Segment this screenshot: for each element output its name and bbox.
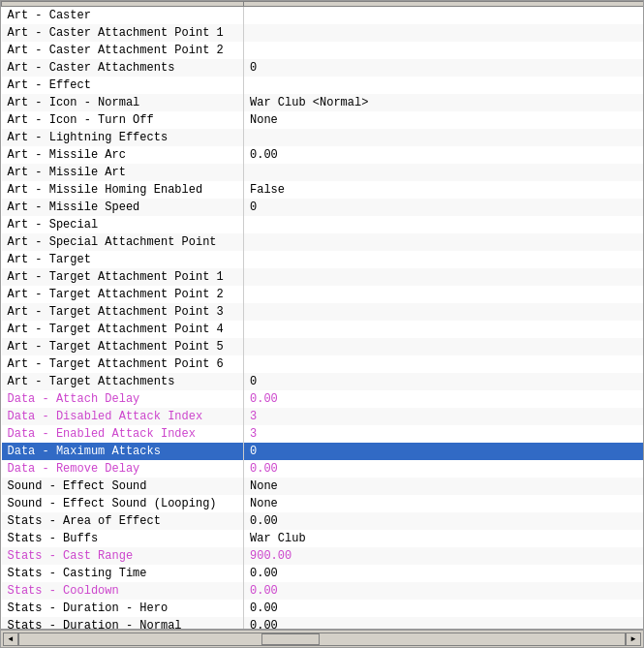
- row-value: 0: [244, 373, 644, 390]
- row-value: 0.00: [244, 600, 644, 617]
- row-value: [244, 338, 644, 355]
- table-row[interactable]: Stats - Duration - Hero0.00: [2, 600, 644, 617]
- row-name: Art - Target Attachment Point 2: [2, 286, 244, 303]
- horizontal-scrollbar[interactable]: [18, 633, 626, 646]
- row-value: 0: [244, 199, 644, 216]
- table-row[interactable]: Data - Maximum Attacks0: [2, 443, 644, 460]
- row-name: Art - Special Attachment Point: [2, 233, 244, 251]
- table-row[interactable]: Art - Caster Attachment Point 1: [2, 24, 644, 42]
- horizontal-scrollbar-area: ◄ ►: [1, 630, 643, 647]
- row-value: 900.00: [244, 547, 644, 565]
- table-row[interactable]: Art - Target Attachment Point 3: [2, 303, 644, 321]
- row-value: False: [244, 181, 644, 199]
- table-row[interactable]: Stats - Duration - Normal0.00: [2, 617, 644, 631]
- row-name: Data - Remove Delay: [2, 460, 244, 478]
- row-value: 0.00: [244, 565, 644, 582]
- table-row[interactable]: Art - Target Attachment Point 1: [2, 268, 644, 286]
- row-value: [244, 251, 644, 268]
- table-row[interactable]: Data - Attach Delay0.00: [2, 390, 644, 408]
- table-row[interactable]: Art - Missile Art: [2, 164, 644, 181]
- row-value: [244, 164, 644, 181]
- row-value: [244, 7, 644, 24]
- row-value: 0: [244, 59, 644, 77]
- table-row[interactable]: Art - Effect: [2, 77, 644, 94]
- table-row[interactable]: Art - Icon - NormalWar Club <Normal>: [2, 94, 644, 111]
- row-value: [244, 268, 644, 286]
- row-name: Stats - Duration - Hero: [2, 600, 244, 617]
- data-table: Art - CasterArt - Caster Attachment Poin…: [1, 1, 643, 630]
- row-value: 0.00: [244, 617, 644, 631]
- row-name: Art - Caster Attachment Point 2: [2, 42, 244, 59]
- table-row[interactable]: Art - Target Attachment Point 6: [2, 355, 644, 373]
- row-name: Stats - Buffs: [2, 530, 244, 547]
- row-name: Art - Caster: [2, 7, 244, 24]
- table-row[interactable]: Art - Icon - Turn OffNone: [2, 111, 644, 129]
- table-row[interactable]: Art - Lightning Effects: [2, 129, 644, 146]
- row-name: Art - Special: [2, 216, 244, 233]
- main-container: Art - CasterArt - Caster Attachment Poin…: [0, 0, 644, 648]
- table-row[interactable]: Art - Caster: [2, 7, 644, 24]
- table-row[interactable]: Art - Missile Homing EnabledFalse: [2, 181, 644, 199]
- row-name: Data - Maximum Attacks: [2, 443, 244, 460]
- row-name: Art - Target: [2, 251, 244, 268]
- row-value: 0: [244, 443, 644, 460]
- row-value: [244, 321, 644, 338]
- table-row[interactable]: Art - Special: [2, 216, 644, 233]
- row-value: [244, 355, 644, 373]
- col-header-value[interactable]: [244, 2, 644, 7]
- table-row[interactable]: Art - Special Attachment Point: [2, 233, 644, 251]
- table-row[interactable]: Art - Target Attachment Point 5: [2, 338, 644, 355]
- col-header-name[interactable]: [2, 2, 244, 7]
- row-name: Art - Missile Arc: [2, 146, 244, 164]
- table-row[interactable]: Stats - Casting Time0.00: [2, 565, 644, 582]
- row-value: [244, 24, 644, 42]
- table-row[interactable]: Sound - Effect Sound (Looping)None: [2, 495, 644, 512]
- row-value: War Club: [244, 530, 644, 547]
- table-row[interactable]: Data - Enabled Attack Index3: [2, 425, 644, 443]
- row-name: Stats - Area of Effect: [2, 512, 244, 530]
- table-row[interactable]: Stats - Cooldown0.00: [2, 582, 644, 600]
- scrollbar-thumb[interactable]: [261, 633, 320, 645]
- row-name: Art - Missile Art: [2, 164, 244, 181]
- row-value: War Club <Normal>: [244, 94, 644, 111]
- row-value: [244, 233, 644, 251]
- table-row[interactable]: Art - Caster Attachment Point 2: [2, 42, 644, 59]
- table-wrapper[interactable]: Art - CasterArt - Caster Attachment Poin…: [1, 1, 643, 630]
- row-value: [244, 216, 644, 233]
- table-row[interactable]: Data - Disabled Attack Index3: [2, 408, 644, 425]
- table-row[interactable]: Sound - Effect SoundNone: [2, 478, 644, 495]
- table-row[interactable]: Art - Target Attachment Point 4: [2, 321, 644, 338]
- row-name: Art - Caster Attachment Point 1: [2, 24, 244, 42]
- row-value: None: [244, 495, 644, 512]
- table-header-row: [2, 2, 644, 7]
- table-row[interactable]: Art - Missile Arc0.00: [2, 146, 644, 164]
- row-value: 3: [244, 408, 644, 425]
- row-name: Data - Enabled Attack Index: [2, 425, 244, 443]
- table-row[interactable]: Art - Target Attachment Point 2: [2, 286, 644, 303]
- table-row[interactable]: Art - Missile Speed0: [2, 199, 644, 216]
- row-value: None: [244, 111, 644, 129]
- table-row[interactable]: Stats - Area of Effect0.00: [2, 512, 644, 530]
- row-value: None: [244, 478, 644, 495]
- row-name: Stats - Casting Time: [2, 565, 244, 582]
- row-name: Sound - Effect Sound (Looping): [2, 495, 244, 512]
- scroll-right-button[interactable]: ►: [626, 633, 641, 646]
- row-name: Art - Target Attachment Point 6: [2, 355, 244, 373]
- table-row[interactable]: Art - Target: [2, 251, 644, 268]
- row-name: Data - Disabled Attack Index: [2, 408, 244, 425]
- table-row[interactable]: Stats - Cast Range900.00: [2, 547, 644, 565]
- table-row[interactable]: Art - Caster Attachments0: [2, 59, 644, 77]
- row-name: Stats - Cast Range: [2, 547, 244, 565]
- row-name: Art - Target Attachment Point 1: [2, 268, 244, 286]
- row-name: Art - Target Attachment Point 4: [2, 321, 244, 338]
- row-value: [244, 77, 644, 94]
- table-row[interactable]: Stats - BuffsWar Club: [2, 530, 644, 547]
- scroll-left-button[interactable]: ◄: [3, 633, 18, 646]
- row-name: Data - Attach Delay: [2, 390, 244, 408]
- row-value: 0.00: [244, 146, 644, 164]
- table-row[interactable]: Art - Target Attachments0: [2, 373, 644, 390]
- row-name: Art - Missile Homing Enabled: [2, 181, 244, 199]
- row-name: Art - Icon - Turn Off: [2, 111, 244, 129]
- table-row[interactable]: Data - Remove Delay0.00: [2, 460, 644, 478]
- table-body: Art - CasterArt - Caster Attachment Poin…: [2, 7, 644, 631]
